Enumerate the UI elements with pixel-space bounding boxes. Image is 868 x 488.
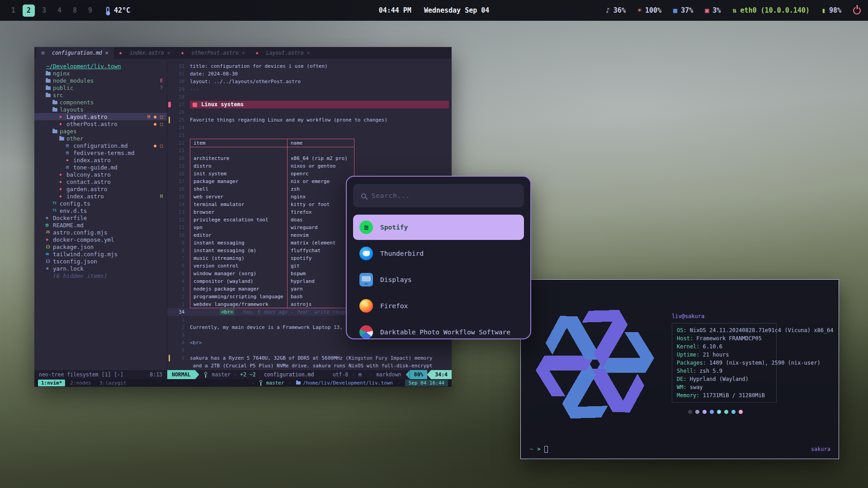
status-bar: 1 2 3 4 8 9 42°C 04:44 PM Wednesday Sep …	[0, 0, 868, 21]
bar-module[interactable]: 100%	[637, 6, 661, 14]
palette-dot	[695, 410, 699, 414]
tree-item[interactable]: contact.astro	[34, 178, 167, 185]
editor-tab[interactable]: otherPost.astro	[176, 47, 250, 59]
workspace-button[interactable]: 2	[23, 5, 35, 17]
tree-item[interactable]: README.md	[34, 221, 167, 229]
tree-item[interactable]: pages	[34, 127, 167, 135]
tree-item[interactable]: ~/Development/liv.town	[34, 62, 167, 70]
gutter-sign	[167, 62, 172, 70]
tree-item[interactable]: tsconfig.json	[34, 258, 167, 265]
workspace-button[interactable]: 8	[69, 5, 81, 17]
file-icon	[59, 172, 66, 177]
launcher-item[interactable]: Spotify	[353, 215, 524, 240]
bar-module[interactable]: 36%	[606, 6, 626, 14]
buffer-line[interactable]: 28	[167, 93, 452, 101]
workspace-button[interactable]: 1	[7, 5, 19, 17]
tree-item[interactable]: node_modules E	[34, 77, 167, 84]
tmux-window[interactable]: 2:nodes	[67, 380, 94, 386]
buffer-line[interactable]: and a 2TB (Crucial P5 Plus) NVMe drive. …	[167, 362, 452, 370]
tree-item[interactable]: public ?	[34, 84, 167, 91]
bar-module[interactable]: 3%	[705, 6, 721, 14]
tree-item[interactable]: config.ts	[34, 200, 167, 207]
search-input[interactable]	[372, 192, 516, 199]
shell-prompt[interactable]: ~ >	[530, 445, 548, 453]
tree-item[interactable]: index.astro	[34, 156, 167, 164]
file-name: balcony.astro	[66, 171, 111, 178]
table-cell-item: web server	[190, 193, 288, 201]
buffer-line[interactable]: 30 layout: ../../layouts/otherPost.astro	[167, 78, 452, 85]
info-value: Framework FRANMDCP05	[696, 334, 762, 343]
tree-item[interactable]: astro.config.mjs	[34, 229, 167, 236]
buffer-line[interactable]: 24	[167, 124, 452, 131]
editor-tab[interactable]: index.astro	[114, 47, 176, 59]
workspace-button[interactable]: 9	[84, 5, 96, 17]
markdown-heading-line[interactable]: 27 Linux systems	[167, 101, 452, 108]
tree-item[interactable]: package.json	[34, 243, 167, 250]
tree-item[interactable]: (6 hidden items)	[34, 272, 167, 279]
neotree-status: neo-tree filesystem [1] [-] 8:13	[34, 370, 167, 379]
tree-item[interactable]: garden.astro	[34, 185, 167, 192]
info-value: 11731MiB / 31280MiB	[703, 391, 765, 399]
launcher-item[interactable]: Thunderbird	[353, 241, 524, 266]
tree-item[interactable]: env.d.ts	[34, 207, 167, 214]
tree-item[interactable]: otherPost.astro ● □	[34, 120, 167, 127]
buffer-line[interactable]: 4 <br>	[167, 339, 452, 347]
tree-item[interactable]: configuration.md ● □	[34, 142, 167, 149]
tree-item[interactable]: nginx	[34, 70, 167, 77]
close-icon[interactable]	[307, 50, 310, 56]
buffer-line[interactable]: 26	[167, 108, 452, 116]
editor-tab[interactable]: Layout.astro	[250, 47, 316, 59]
file-name: fediverse-terms.md	[73, 150, 134, 156]
tmux-window[interactable]: 3:lazygit	[96, 380, 130, 386]
table-line[interactable]: 20 architecture x86_64 (rip m2 pro)	[167, 155, 452, 162]
bar-module[interactable]: eth0 (10.0.0.140)	[732, 6, 810, 14]
power-button[interactable]	[853, 7, 861, 14]
tree-item[interactable]: tone-guide.md	[34, 164, 167, 171]
buffer-line[interactable]: 31 date: 2024-08-30	[167, 70, 452, 78]
table-line[interactable]: 22 item name	[167, 139, 452, 147]
temperature-widget[interactable]: 42°C	[106, 6, 130, 14]
table-line[interactable]: 21	[167, 147, 452, 155]
workspace-button[interactable]: 4	[53, 5, 66, 17]
line-number: 22	[172, 139, 190, 147]
tree-item[interactable]: Layout.astro H ● □	[34, 113, 167, 120]
tree-item[interactable]: fediverse-terms.md	[34, 149, 167, 156]
editor-tab[interactable]: configuration.md	[36, 47, 114, 59]
launcher-item[interactable]: Firefox	[353, 293, 524, 319]
tree-item[interactable]: index.astro H	[34, 192, 167, 200]
info-label: DE:	[677, 375, 687, 383]
line-number: 11	[172, 224, 190, 231]
buffer-line[interactable]: 6 sakura has a Ryzen 5 7640U, 32GB of DD…	[167, 354, 452, 362]
workspace-button[interactable]: 3	[38, 5, 50, 17]
table-line[interactable]: 23	[167, 131, 452, 139]
table-cell-item: instant messaging	[190, 239, 288, 247]
buffer-line[interactable]: 32 title: configuration for devices i us…	[167, 62, 452, 70]
tree-item[interactable]: components	[34, 99, 167, 106]
info-label: Packages:	[677, 359, 706, 367]
tree-item[interactable]: src	[34, 91, 167, 99]
encoding: utf-8	[333, 371, 349, 378]
line-number: 26	[172, 108, 190, 116]
launcher-item[interactable]: Darktable Photo Workflow Software	[353, 319, 524, 339]
tree-item[interactable]: yarn.lock	[34, 265, 167, 272]
file-icon	[59, 179, 66, 184]
launcher-search[interactable]	[353, 184, 524, 207]
tree-item[interactable]: layouts	[34, 106, 167, 113]
close-icon[interactable]	[242, 50, 245, 56]
table-cell-name: firefox	[288, 208, 354, 216]
tmux-window[interactable]: 1:nvim*	[38, 380, 65, 386]
tree-item[interactable]: docker-compose.yml	[34, 236, 167, 243]
tree-item[interactable]: other	[34, 135, 167, 142]
close-icon[interactable]	[167, 50, 170, 56]
table-line[interactable]: 19 distro nixos or gentoo	[167, 162, 452, 170]
bar-module[interactable]: 98%	[821, 6, 841, 14]
buffer-line[interactable]: 29 ---	[167, 85, 452, 93]
buffer-line[interactable]: 5	[167, 347, 452, 354]
tree-item[interactable]: tailwind.config.mjs	[34, 250, 167, 258]
buffer-line[interactable]: 25 Favorite things regarding Linux and m…	[167, 116, 452, 124]
close-icon[interactable]	[105, 50, 108, 56]
launcher-item[interactable]: Displays	[353, 267, 524, 292]
tree-item[interactable]: Dockerfile	[34, 214, 167, 221]
tree-item[interactable]: balcony.astro	[34, 171, 167, 178]
bar-module[interactable]: 37%	[673, 6, 693, 14]
